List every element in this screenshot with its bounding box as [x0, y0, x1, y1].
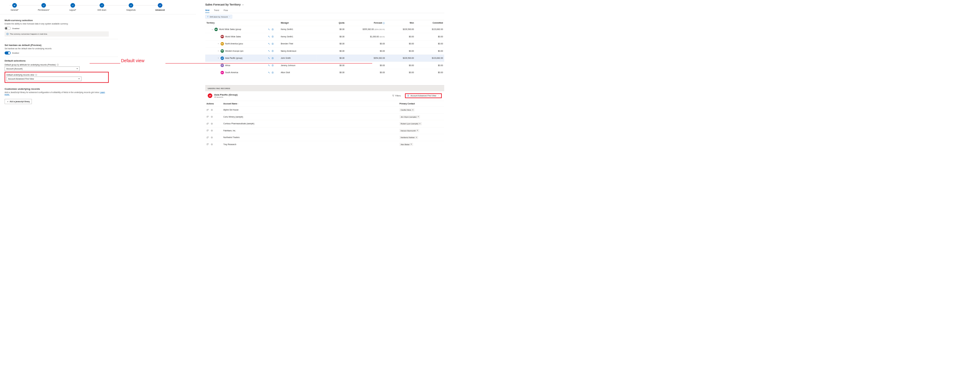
territory-name: North America (grou — [225, 43, 243, 45]
record-row[interactable]: Alpine Ski House Cacilia Viera✕ — [205, 106, 444, 114]
user-circle-icon[interactable] — [271, 35, 274, 38]
open-icon[interactable] — [268, 72, 270, 73]
step-advanced[interactable]: Advanced — [145, 3, 175, 11]
forecast-row[interactable]: SA South America Alton Stott $0.00 $0.00… — [205, 69, 444, 76]
open-icon[interactable] — [268, 28, 270, 30]
open-icon[interactable] — [268, 57, 270, 59]
record-row[interactable]: Trey Research Alex Baker✕ — [205, 141, 444, 148]
forecast-row[interactable]: WS World Wide Sales Kenny Smith1 $0.00 $… — [205, 33, 444, 40]
open-icon[interactable] — [268, 35, 270, 38]
popout-icon[interactable] — [207, 109, 208, 111]
account-name-cell[interactable]: Northwind Traders — [222, 134, 398, 141]
add-circle-icon[interactable] — [211, 109, 213, 111]
account-name-cell[interactable]: Alpine Ski House — [222, 106, 398, 114]
forecast-row[interactable]: Af Africa Jeremy Johnson $0.00 $0.00 $0.… — [205, 62, 444, 69]
account-name-cell[interactable]: Trey Research — [222, 141, 398, 148]
add-circle-icon[interactable] — [211, 122, 213, 125]
forecast-row[interactable]: › WE Western Europe (grc Nancy Andersson… — [205, 48, 444, 55]
check-icon — [130, 4, 132, 7]
open-icon[interactable] — [268, 50, 270, 52]
add-js-library-button[interactable]: ＋Add a javascript library — [5, 99, 32, 104]
multicurrency-toggle[interactable] — [5, 27, 11, 30]
step-drilldown[interactable]: Drill down — [87, 3, 116, 11]
record-row[interactable]: Contoso Pharmaceuticals (sample) Robert … — [205, 120, 444, 127]
drill-down-chip[interactable]: Drill down by: Account — [205, 15, 232, 19]
forecast-row[interactable]: › AP Asia Pacific (group) John Smith $0.… — [205, 54, 444, 62]
step-general[interactable]: General* — [0, 3, 29, 11]
committed-cell: $133,882.00 — [415, 26, 444, 33]
user-circle-icon[interactable] — [271, 50, 274, 52]
annotation-label: Default view — [121, 58, 144, 63]
info-icon[interactable] — [57, 64, 59, 66]
popout-icon[interactable] — [207, 122, 208, 125]
forecast-row[interactable]: ⌄ WS World Wide Sales (group Kenny Smith… — [205, 26, 444, 33]
forecast-title[interactable]: Sales Forecast by Territory — [205, 3, 444, 6]
step-snapshots[interactable]: Snapshots — [116, 3, 145, 11]
kanban-toggle[interactable] — [5, 51, 11, 54]
filters-button[interactable]: Filters — [392, 95, 401, 97]
add-circle-icon[interactable] — [211, 130, 213, 132]
contact-chip[interactable]: Jim Glynn (sample)✕ — [399, 115, 420, 118]
account-name-cell[interactable]: Fabrikam, Inc. — [222, 127, 398, 134]
col-account-name[interactable]: Account Name↑ — [222, 101, 398, 106]
expand-icon[interactable]: › — [217, 57, 220, 59]
col-won[interactable]: Won — [386, 20, 415, 26]
remove-chip-icon[interactable]: ✕ — [410, 143, 412, 145]
expand-icon[interactable]: › — [217, 50, 220, 52]
committed-cell: $0.00 — [415, 40, 444, 48]
remove-chip-icon[interactable]: ✕ — [412, 109, 414, 111]
forecast-cell: $1,000.00($0.00) — [345, 33, 386, 40]
user-circle-icon[interactable] — [271, 57, 274, 59]
remove-chip-icon[interactable]: ✕ — [416, 137, 417, 139]
add-circle-icon[interactable] — [211, 116, 213, 118]
contact-chip[interactable]: Robert Lyon (sample)✕ — [399, 122, 422, 125]
open-icon[interactable] — [268, 43, 270, 45]
tab-flow[interactable]: Flow — [224, 8, 228, 13]
info-icon[interactable] — [35, 74, 37, 76]
tab-trend[interactable]: Trend — [214, 8, 219, 13]
remove-chip-icon[interactable]: ✕ — [417, 130, 418, 132]
account-name-cell[interactable]: Contoso Pharmaceuticals (sample) — [222, 120, 398, 127]
col-primary-contact[interactable]: Primary Contact — [398, 101, 444, 106]
step-layout[interactable]: Layout* — [58, 3, 87, 11]
popout-icon[interactable] — [207, 130, 208, 132]
record-row[interactable]: Northwind Traders Heriberto Nathan✕ — [205, 134, 444, 141]
contact-chip[interactable]: Heriberto Nathan✕ — [399, 136, 418, 139]
col-committed[interactable]: Committed — [415, 20, 444, 26]
default-view-dropdown[interactable]: Account Advanced Find View — [6, 76, 81, 81]
col-quota[interactable]: Quota — [317, 20, 346, 26]
add-circle-icon[interactable] — [211, 143, 213, 145]
col-manager[interactable]: Manager — [279, 20, 317, 26]
expand-icon[interactable]: › — [217, 43, 220, 45]
svg-rect-29 — [207, 116, 208, 118]
user-circle-icon[interactable] — [271, 64, 274, 67]
popout-icon[interactable] — [207, 116, 208, 118]
remove-chip-icon[interactable]: ✕ — [418, 116, 419, 118]
view-dropdown[interactable]: Account Advanced Find View — [407, 95, 440, 97]
contact-chip[interactable]: Cacilia Viera✕ — [399, 108, 415, 111]
territory-avatar: Af — [221, 64, 224, 67]
col-forecast[interactable]: Forecast — [345, 20, 386, 26]
quota-cell: $0.00 — [317, 69, 346, 76]
chevron-down-icon — [438, 95, 440, 97]
col-territory[interactable]: Territory — [205, 20, 267, 26]
remove-chip-icon[interactable]: ✕ — [419, 123, 421, 125]
contact-chip[interactable]: Haroun Stormonth✕ — [399, 129, 419, 132]
contact-chip[interactable]: Alex Baker✕ — [399, 143, 413, 146]
col-actions[interactable]: Actions — [205, 101, 222, 106]
account-name-cell[interactable]: Coho Winery (sample) — [222, 113, 398, 120]
collapse-icon[interactable]: ⌄ — [211, 28, 213, 31]
add-circle-icon[interactable] — [211, 136, 213, 138]
popout-icon[interactable] — [207, 143, 208, 145]
record-row[interactable]: Coho Winery (sample) Jim Glynn (sample)✕ — [205, 113, 444, 120]
popout-icon[interactable] — [207, 136, 208, 138]
forecast-row[interactable]: › NA North America (grou Brenden Thiel $… — [205, 40, 444, 48]
user-circle-icon[interactable] — [271, 43, 274, 45]
user-circle-icon[interactable] — [271, 28, 274, 30]
open-icon[interactable] — [268, 64, 270, 67]
user-circle-icon[interactable] — [271, 72, 274, 73]
step-permissions[interactable]: Permissions* — [29, 3, 58, 11]
tab-grid[interactable]: Grid — [205, 8, 209, 13]
default-group-dropdown[interactable]: Account (Account) — [5, 67, 80, 71]
record-row[interactable]: Fabrikam, Inc. Haroun Stormonth✕ — [205, 127, 444, 134]
